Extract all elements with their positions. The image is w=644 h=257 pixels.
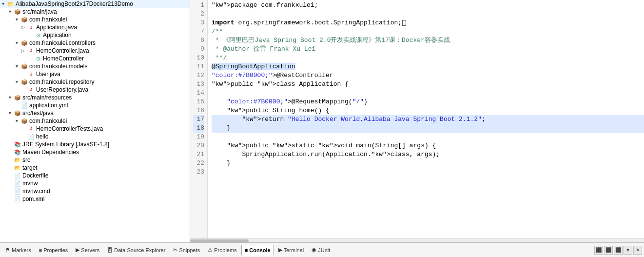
java-icon: J [27,47,35,54]
tree-label: target [22,164,38,171]
code-lines[interactable]: "kw">package com.frankxulei; import org.… [208,0,644,238]
code-line-2 [212,10,644,19]
package-icon: 📦 [14,110,21,117]
tree-label: UserRepository.java [36,86,88,93]
line-number-8: 8 [193,36,204,45]
tree-arrow: ▼ [1,1,7,6]
tree-item-HomeController-class[interactable]: ⊙HomeController [0,55,190,62]
folder-icon: 📂 [14,157,21,163]
terminal-tab-label: Terminal [284,247,304,253]
tree-item-HomeController-java[interactable]: ▷JHomeController.java [0,47,190,55]
bottom-tab-problems[interactable]: ⚠Problems [204,245,240,256]
bottom-tab-properties[interactable]: ≡Properties [36,245,72,256]
tree-arrow: ▼ [15,64,20,69]
tree-item-mvnw-cmd[interactable]: 📄mvnw.cmd [0,187,190,195]
bottom-panel: ⚑Markers≡Properties▶Servers🗄Data Source … [0,242,644,257]
tree-item-maven-deps[interactable]: 📚Maven Dependencies [0,148,190,156]
line-number-15: 15 [193,98,204,106]
snippets-tab-icon: ✂ [173,247,177,253]
tree-item-com-frankxulei[interactable]: ▼📦com.frankxulei [0,16,190,23]
line-number-18: 18 [193,124,204,133]
tree-arrow: ▷ [21,48,27,53]
code-line-21: SpringApplication.run(Application."kw">c… [212,150,644,159]
tree-item-Dockerfile[interactable]: 📄Dockerfile [0,172,190,179]
package-icon: 📦 [20,79,28,85]
tree-item-com-frankxulei-test[interactable]: ▼📦com.frankxulei [0,117,190,125]
code-line-3: import org.springframework.boot.SpringAp… [212,19,644,27]
tree-item-pom-xml[interactable]: 📄pom.xml [0,195,190,203]
code-line-11: @SpringBootApplication [212,62,644,71]
panel-control-btn-1[interactable]: ⬛ [604,246,613,255]
tree-item-target[interactable]: 📂target [0,164,190,172]
problems-tab-label: Problems [214,247,236,253]
bottom-tab-console[interactable]: ■Console [241,245,274,256]
tree-arrow: ▼ [8,111,14,116]
bottom-tab-markers[interactable]: ⚑Markers [2,245,35,256]
bottom-tab-servers[interactable]: ▶Servers [72,245,103,256]
tree-item-UserRepository-java[interactable]: JUserRepository.java [0,86,190,94]
tree-item-com-frankxulei-repository[interactable]: ▼📦com.frankxulei.repository [0,78,190,86]
tree-item-application-yml[interactable]: 📄application.yml [0,101,190,109]
package-icon: 📦 [20,63,28,70]
tree-arrow: ▼ [15,17,20,22]
console-tab-label: Console [249,247,270,253]
scrollbar-thumb[interactable] [190,239,249,242]
java-icon: J [27,24,35,31]
tree-label: com.frankxulei [29,118,67,124]
junit-tab-icon: ◉ [312,247,316,253]
code-line-7: /** [212,27,644,36]
tree-label: User.java [36,71,60,78]
bottom-right-controls: ⬛⬛⬛▼✕ [594,246,642,255]
horizontal-scrollbar[interactable] [190,238,644,242]
line-number-9: 9 [193,45,204,54]
junit-tab-label: JUnit [318,247,330,253]
tree-label: JRE System Library [JavaSE-1.8] [22,141,109,148]
tree-label: mvnw [22,180,38,187]
panel-control-btn-3[interactable]: ▼ [624,246,632,255]
datasource-tab-label: Data Source Explorer [114,247,165,253]
bottom-tab-snippets[interactable]: ✂Snippets [170,245,203,256]
tree-item-src[interactable]: 📂src [0,156,190,164]
bottom-tab-terminal[interactable]: ▶Terminal [275,245,308,256]
markers-tab-label: Markers [12,247,31,253]
line-numbers: 1237891011121314151617181920212223 [190,0,208,238]
line-number-12: 12 [193,71,204,80]
green-icon: ⊙ [34,32,42,39]
bottom-tab-datasource[interactable]: 🗄Data Source Explorer [104,245,169,256]
tree-item-Application-java[interactable]: ▷JApplication.java [0,23,190,31]
tree-label: src/main/java [22,8,57,15]
tree-item-HomeControllerTests-java[interactable]: JHomeControllerTests.java [0,125,190,133]
panel-control-btn-4[interactable]: ✕ [633,246,642,255]
green-icon: ⊙ [34,55,42,62]
tree-item-hello[interactable]: 📄hello [0,133,190,140]
tree-arrow: ▷ [21,25,27,30]
tree-item-Application-class[interactable]: ⊙Application [0,31,190,39]
tree-item-src-test-java[interactable]: ▼📦src/test/java [0,109,190,117]
servers-tab-icon: ▶ [76,247,79,253]
package-icon: 📦 [14,94,21,101]
tree-label: hello [36,133,48,140]
line-number-13: 13 [193,80,204,89]
tree-label: com.frankxulei.repository [29,79,94,85]
code-line-12: "color:#7B0000;">@RestController [212,71,644,80]
tree-item-mvnw[interactable]: 📄mvnw [0,179,190,187]
tree-item-com-frankxulei-models[interactable]: ▼📦com.frankxulei.models [0,62,190,70]
tree-label: Dockerfile [22,172,48,179]
tree-item-src-main-resources[interactable]: ▼📦src/main/resources [0,94,190,101]
tree-item-com-frankxulei-controllers[interactable]: ▼📦com.frankxulei.controllers [0,39,190,47]
tree-item-src-main-java[interactable]: ▼📦src/main/java [0,8,190,16]
tree-item-jre-system[interactable]: 📚JRE System Library [JavaSE-1.8] [0,140,190,148]
tree-arrow: ▼ [8,9,14,14]
tree-item-User-java[interactable]: JUser.java [0,70,190,78]
tree-label: mvnw.cmd [22,188,50,195]
tree-item-root[interactable]: ▼📁AlibabaJavaSpringBoot2x17Docker213Demo [0,0,190,8]
panel-control-btn-0[interactable]: ⬛ [594,246,603,255]
file-tree[interactable]: ▼📁AlibabaJavaSpringBoot2x17Docker213Demo… [0,0,190,242]
code-line-23 [212,168,644,177]
panel-control-btn-2[interactable]: ⬛ [614,246,623,255]
console-tab-icon: ■ [245,247,248,253]
bottom-tab-junit[interactable]: ◉JUnit [308,245,333,256]
code-line-19 [212,133,644,141]
jar-icon: 📚 [14,149,21,156]
tree-arrow: ▼ [15,79,20,84]
